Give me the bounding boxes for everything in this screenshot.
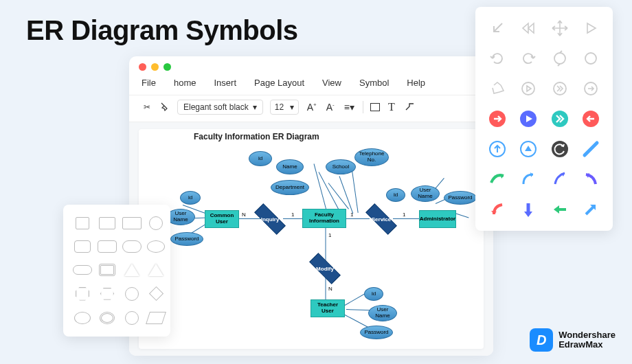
close-icon[interactable] (139, 63, 146, 71)
arrow-left-solid-icon[interactable] (580, 109, 601, 129)
arrow-diag-blue-icon[interactable] (580, 199, 601, 220)
shape-square[interactable] (76, 217, 89, 229)
format-painter-icon[interactable] (159, 102, 170, 113)
arrow-up-circle-icon[interactable] (487, 139, 508, 159)
refresh-solid-icon[interactable] (550, 139, 570, 159)
shape-rounded-rect[interactable] (74, 240, 91, 253)
card-1: 1 (328, 232, 331, 238)
arrow-triangle-right-icon[interactable] (580, 18, 601, 38)
menu-symbol[interactable]: Symbol (359, 78, 389, 88)
brand-line2: EdrawMax (558, 340, 616, 350)
shape-ellipse-2[interactable] (74, 312, 91, 324)
entity-faculty-info[interactable]: Faculty Information (302, 209, 346, 228)
shape-parallelogram[interactable] (146, 312, 166, 324)
shape-diamond[interactable] (148, 286, 163, 301)
curve-arrow-blue-icon[interactable] (518, 169, 539, 190)
arrow-left-green-icon[interactable] (550, 199, 570, 220)
triangle-up-circle-icon[interactable] (518, 139, 539, 159)
attr-ad-password[interactable]: Password (444, 191, 477, 205)
attr-tu-id[interactable]: id (364, 287, 383, 301)
shape-circle-3[interactable] (125, 311, 139, 325)
return-arrow-red-icon[interactable] (487, 199, 508, 220)
attr-ad-id[interactable]: id (386, 188, 405, 202)
shape-double-ellipse[interactable] (100, 312, 115, 324)
shape-triangle-2[interactable] (148, 264, 163, 276)
forward-circle-icon[interactable] (550, 78, 570, 99)
menu-view[interactable]: View (322, 78, 341, 88)
shape-double-rect[interactable] (99, 264, 115, 276)
shapes-palette (63, 205, 170, 337)
shape-octagon[interactable] (76, 287, 89, 301)
menu-insert[interactable]: Insert (214, 78, 236, 88)
align-icon[interactable]: ≡▾ (343, 102, 356, 113)
curve-arrow-purple-icon[interactable] (580, 169, 601, 190)
rotate-ccw-icon[interactable] (487, 48, 508, 69)
menu-page-layout[interactable]: Page Layout (254, 78, 304, 88)
recycle-icon[interactable] (487, 78, 508, 99)
card-n: N (328, 286, 332, 292)
maximize-icon[interactable] (163, 63, 171, 71)
shape-ellipse[interactable] (147, 240, 165, 253)
entity-common-user[interactable]: Common User (205, 210, 239, 228)
font-select[interactable]: Elegant soft black ▾ (177, 100, 263, 115)
chevron-down-icon: ▾ (253, 102, 257, 112)
shape-circle[interactable] (149, 216, 163, 230)
rel-inquiry[interactable]: Inquiry (254, 209, 286, 229)
play-solid-icon[interactable] (518, 109, 539, 129)
entity-administrator[interactable]: Administrator (419, 210, 456, 228)
swoosh-arrow-icon[interactable] (550, 169, 570, 190)
attr-ad-username[interactable]: User Name (411, 185, 440, 202)
canvas[interactable]: Faculty Information ER Diagram id (129, 122, 493, 356)
arrow-move-icon[interactable] (550, 18, 570, 38)
shape-pill[interactable] (122, 240, 142, 253)
arrow-right-circle-icon[interactable] (580, 78, 601, 99)
attr-cu-username[interactable]: User Name (166, 209, 195, 225)
menu-help[interactable]: Help (407, 78, 425, 88)
shape-triangle[interactable] (124, 264, 139, 276)
attr-tu-username[interactable]: User Name (368, 305, 397, 321)
rel-service[interactable]: Service (365, 209, 397, 229)
chevron-down-icon: ▾ (290, 102, 294, 112)
menu-bar: File home Insert Page Layout View Symbol… (129, 75, 493, 95)
font-size-select[interactable]: 12 ▾ (270, 100, 299, 115)
refresh-icon[interactable] (550, 48, 570, 69)
brand-line1: Wondershare (558, 330, 616, 340)
decrease-font-icon[interactable]: A- (325, 102, 336, 113)
cut-icon[interactable]: ✂ (142, 102, 153, 113)
attr-id[interactable]: id (249, 151, 272, 166)
attr-school[interactable]: School (326, 159, 356, 174)
pencil-icon[interactable] (580, 139, 601, 159)
circle-outline-icon[interactable] (580, 48, 601, 69)
rel-modify[interactable]: Modify (309, 258, 341, 279)
attr-cu-id[interactable]: id (180, 191, 201, 205)
shape-hexagon[interactable] (100, 288, 114, 300)
divider (363, 101, 363, 113)
shape-capsule[interactable] (73, 265, 92, 275)
attr-name[interactable]: Name (276, 159, 304, 174)
shape-rounded-rect-2[interactable] (98, 240, 117, 253)
fast-forward-solid-icon[interactable] (550, 109, 570, 129)
shape-rectangle[interactable] (99, 217, 115, 229)
page-title: ER Diagram Symbols (26, 15, 298, 46)
arrow-down-left-icon[interactable] (487, 18, 508, 38)
connector-tool-icon[interactable] (403, 101, 417, 114)
increase-font-icon[interactable]: A+ (306, 102, 318, 113)
shape-circle-2[interactable] (125, 287, 139, 301)
rectangle-tool-icon[interactable] (370, 103, 380, 111)
shape-rectangle-wide[interactable] (122, 217, 142, 229)
entity-teacher-user[interactable]: Teacher User (311, 299, 345, 317)
arrow-right-solid-icon[interactable] (487, 109, 508, 129)
arrow-rewind-icon[interactable] (518, 18, 539, 38)
curve-arrow-green-icon[interactable] (487, 169, 508, 190)
attr-cu-password[interactable]: Password (170, 232, 203, 246)
rotate-cw-icon[interactable] (518, 48, 539, 69)
minimize-icon[interactable] (151, 63, 159, 71)
attr-department[interactable]: Department (271, 180, 309, 195)
arrow-down-blue-icon[interactable] (518, 199, 539, 220)
attr-tu-password[interactable]: Password (360, 326, 393, 339)
menu-file[interactable]: File (142, 78, 156, 88)
play-circle-icon[interactable] (518, 78, 539, 99)
attr-telephone[interactable]: Telephone No. (354, 148, 389, 166)
text-tool-icon[interactable]: T (387, 101, 396, 113)
menu-home[interactable]: home (174, 78, 196, 88)
